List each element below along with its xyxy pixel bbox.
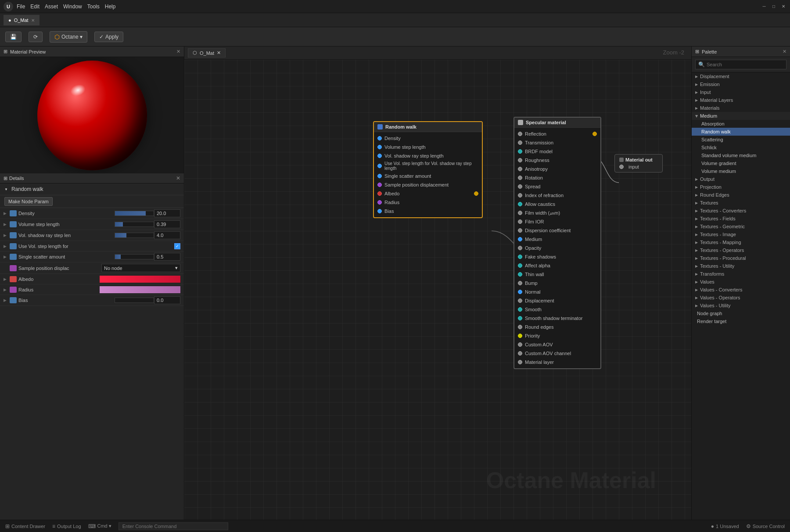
palette-cat-tex-procedural[interactable]: ▶ Textures - Procedural <box>692 254 790 262</box>
single-slider[interactable] <box>115 254 154 259</box>
palette-item-node-graph[interactable]: Node graph <box>692 309 790 317</box>
canvas-tab-close[interactable]: ✕ <box>217 50 221 56</box>
pin-single-dot <box>377 174 382 178</box>
menu-file[interactable]: File <box>17 4 25 10</box>
menu-edit[interactable]: Edit <box>30 4 40 10</box>
spec-pin-thin-wall: Thin wall <box>514 270 600 279</box>
pin-albedo-out <box>474 191 478 196</box>
bias-slider[interactable] <box>115 298 154 303</box>
cmd-dropdown-button[interactable]: ⌨ Cmd ▾ <box>88 523 111 529</box>
palette-cat-materials[interactable]: ▶ Materials <box>692 104 790 112</box>
palette-cat-tex-mapping[interactable]: ▶ Textures - Mapping <box>692 238 790 246</box>
palette-cat-tex-geometric[interactable]: ▶ Textures - Geometric <box>692 223 790 230</box>
palette-cat-emission[interactable]: ▶ Emission <box>692 80 790 88</box>
minimize-btn[interactable]: ─ <box>761 4 767 10</box>
palette-cat-tex-fields[interactable]: ▶ Textures - Fields <box>692 215 790 223</box>
volume-slider[interactable] <box>115 222 154 227</box>
param-expand[interactable]: ▶ <box>4 298 10 302</box>
palette-cat-tex-utility[interactable]: ▶ Textures - Utility <box>692 262 790 270</box>
palette-cat-values[interactable]: ▶ Values <box>692 278 790 286</box>
param-expand[interactable]: ▶ <box>4 244 10 248</box>
material-preview-close[interactable]: ✕ <box>176 49 180 54</box>
palette-item-vol-medium[interactable]: Volume medium <box>692 167 790 175</box>
palette-item-random-walk[interactable]: Random walk <box>692 128 790 136</box>
menu-help[interactable]: Help <box>105 4 116 10</box>
density-slider[interactable] <box>115 211 154 216</box>
palette-item-absorption[interactable]: Absorption <box>692 120 790 128</box>
node-spec-header: Specular material <box>514 118 600 128</box>
node-expand-arrow[interactable]: ▼ <box>4 187 8 191</box>
param-expand[interactable]: ▶ <box>4 277 10 281</box>
tab-omat[interactable]: ● O_Mat ✕ <box>4 15 40 25</box>
make-node-param-button[interactable]: Make Node Param <box>4 197 53 206</box>
sample-dropdown[interactable]: No node ▾ <box>101 264 180 272</box>
palette-cat-transforms[interactable]: ▶ Transforms <box>692 270 790 278</box>
apply-button[interactable]: ✓ Apply <box>94 32 123 42</box>
palette-cat-medium[interactable]: ▶ Medium <box>692 112 790 120</box>
source-control-button[interactable]: ⚙ Source Control <box>746 523 785 529</box>
radius-color-bar[interactable] <box>100 286 181 293</box>
density-value[interactable] <box>154 209 180 217</box>
node-graph-label: Node graph <box>697 311 722 316</box>
save-button[interactable]: 💾 <box>5 32 22 42</box>
menu-window[interactable]: Window <box>63 4 82 10</box>
node-random-walk[interactable]: Random walk Density Volume step length V… <box>373 121 483 218</box>
cmd-input[interactable] <box>122 524 224 529</box>
pin-usevol-dot <box>377 164 382 168</box>
menu-asset[interactable]: Asset <box>45 4 58 10</box>
palette-item-std-vol[interactable]: Standard volume medium <box>692 151 790 159</box>
node-specular-material[interactable]: Specular material Reflection Transmissio… <box>514 117 601 369</box>
canvas-tab-omat[interactable]: ⬡ O_Mat ✕ <box>188 48 226 58</box>
palette-item-vol-gradient[interactable]: Volume gradient <box>692 159 790 167</box>
history-button[interactable]: ⟳ <box>29 32 43 42</box>
palette-item-schlick[interactable]: Schlick <box>692 144 790 151</box>
spec-sst-dot <box>518 316 522 320</box>
shadow-value[interactable] <box>154 231 180 239</box>
palette-cat-textures[interactable]: ▶ Textures <box>692 199 790 207</box>
output-log-button[interactable]: ≡ Output Log <box>52 523 81 529</box>
shadow-slider[interactable] <box>115 233 154 238</box>
spec-pin-smooth: Smooth <box>514 305 600 314</box>
palette-cat-projection[interactable]: ▶ Projection <box>692 183 790 191</box>
octane-dropdown-button[interactable]: ⬡ Octane ▾ <box>50 31 87 43</box>
palette-cat-displacement[interactable]: ▶ Displacement <box>692 72 790 80</box>
palette-cat-val-converters[interactable]: ▶ Values - Converters <box>692 286 790 294</box>
param-expand[interactable]: ▶ <box>4 222 10 226</box>
volume-value[interactable] <box>154 220 180 228</box>
canvas-inner[interactable]: Random walk Density Volume step length V… <box>184 60 691 520</box>
palette-cat-material-layers[interactable]: ▶ Material Layers <box>692 96 790 104</box>
single-value[interactable] <box>154 253 180 261</box>
albedo-color-bar[interactable] <box>100 276 181 283</box>
bias-value[interactable] <box>154 296 180 304</box>
menu-tools[interactable]: Tools <box>87 4 100 10</box>
use-vol-checkbox[interactable]: ✓ <box>174 243 180 249</box>
unsaved-indicator[interactable]: ● 1 Unsaved <box>711 523 739 529</box>
palette-cat-val-operators[interactable]: ▶ Values - Operators <box>692 294 790 302</box>
content-drawer-button[interactable]: ⊞ Content Drawer <box>5 523 45 529</box>
palette-cat-tex-operators[interactable]: ▶ Textures - Operators <box>692 246 790 254</box>
maximize-btn[interactable]: □ <box>771 4 777 10</box>
palette-cat-round-edges[interactable]: ▶ Round Edges <box>692 191 790 199</box>
spec-fake-dot <box>518 255 522 259</box>
search-input[interactable] <box>707 62 783 67</box>
canvas-area: ⬡ O_Mat ✕ Zoom -2 Random walk <box>184 47 691 520</box>
close-btn[interactable]: ✕ <box>780 4 786 10</box>
param-expand[interactable]: ▶ <box>4 288 10 292</box>
palette-item-render-target[interactable]: Render target <box>692 317 790 325</box>
palette-cat-tex-converters[interactable]: ▶ Textures - Converters <box>692 207 790 215</box>
tab-close[interactable]: ✕ <box>31 18 35 23</box>
palette-close[interactable]: ✕ <box>783 49 786 54</box>
palette-item-scattering[interactable]: Scattering <box>692 136 790 144</box>
palette-cat-val-utility[interactable]: ▶ Values - Utility <box>692 302 790 309</box>
node-material-out[interactable]: Material out input <box>614 154 663 173</box>
param-expand[interactable]: ▶ <box>4 233 10 237</box>
param-expand[interactable]: ▶ <box>4 211 10 216</box>
palette-cat-output[interactable]: ▶ Output <box>692 175 790 183</box>
param-expand[interactable]: ▶ <box>4 255 10 259</box>
param-sample: ▶ Sample position displac No node ▾ <box>0 262 184 274</box>
details-close[interactable]: ✕ <box>176 175 180 181</box>
palette-cat-input[interactable]: ▶ Input <box>692 88 790 96</box>
chevron-materials: ▶ <box>695 106 698 110</box>
palette-cat-tex-image[interactable]: ▶ Textures - Image <box>692 230 790 238</box>
title-bar-right: ─ □ ✕ <box>761 4 786 10</box>
